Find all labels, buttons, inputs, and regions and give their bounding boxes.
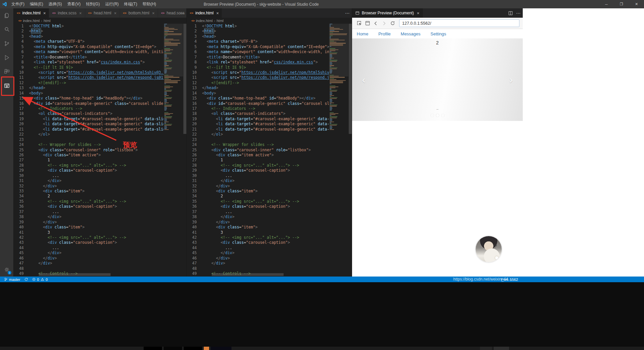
- minimize-button[interactable]: ─: [599, 0, 614, 8]
- restore-button[interactable]: ❐: [614, 0, 629, 8]
- carousel-indicator-dot[interactable]: [436, 114, 439, 117]
- more-actions-icon[interactable]: ⋯: [516, 10, 521, 16]
- code-line: 12 <![endif]-->: [187, 80, 329, 85]
- code-line: 1<!DOCTYPE html>: [187, 24, 329, 29]
- menu-item[interactable]: 文件(F): [9, 0, 27, 8]
- horizontal-scrollbar[interactable]: [39, 273, 111, 276]
- menu-item[interactable]: 运行(R): [103, 0, 122, 8]
- refresh-icon[interactable]: [389, 20, 396, 27]
- close-button[interactable]: ✕: [629, 0, 644, 8]
- settings-badge: 1: [8, 271, 11, 275]
- horizontal-scrollbar[interactable]: [212, 273, 284, 276]
- minimap[interactable]: [329, 24, 348, 277]
- code-line: 33 <div class="item">: [187, 189, 329, 194]
- breadcrumb-item[interactable]: html: [216, 19, 223, 23]
- html-file-icon: <>: [88, 11, 92, 15]
- vertical-scrollbar[interactable]: [183, 24, 186, 134]
- code-line: 24 <!-- Wrapper for slides -->: [14, 142, 164, 147]
- run-debug-icon[interactable]: [0, 50, 13, 64]
- back-icon[interactable]: [372, 20, 379, 27]
- tab-index.scss[interactable]: <>index.scss×: [49, 8, 85, 18]
- code-line: 9 <!--[if lt IE 9]>: [14, 65, 164, 70]
- nav-link-home[interactable]: Home: [357, 31, 368, 36]
- more-actions-icon[interactable]: ⋯: [345, 10, 350, 16]
- close-tab-icon[interactable]: ×: [43, 11, 46, 16]
- explorer-icon[interactable]: [0, 8, 13, 22]
- tab-index.html[interactable]: <>index.html×: [14, 8, 49, 18]
- menu-item[interactable]: 帮助(H): [140, 0, 159, 8]
- code-line: 1<!DOCTYPE html>: [14, 24, 164, 29]
- code-line: 38 </div>: [187, 214, 329, 219]
- code-line: 8 <link rel="stylesheet" href="css/index…: [187, 60, 329, 65]
- tab-index.html[interactable]: <>index.html×: [187, 8, 222, 18]
- code-line: 45 </div>: [187, 250, 329, 255]
- breadcrumb-item[interactable]: index.html: [196, 19, 213, 23]
- url-input[interactable]: [399, 19, 519, 27]
- code-editor[interactable]: 1<!DOCTYPE html>2<html>3<head>4 <meta ch…: [187, 24, 329, 277]
- code-line: 12 <![endif]-->: [14, 80, 164, 85]
- breadcrumb-item[interactable]: html: [43, 19, 50, 23]
- tab-label: index.scss: [58, 11, 76, 15]
- close-tab-icon[interactable]: ×: [216, 11, 219, 16]
- activity-bar: 1: [0, 8, 13, 277]
- close-tab-icon[interactable]: ×: [417, 11, 420, 16]
- problems-status[interactable]: 0 0: [30, 277, 50, 282]
- open-in-browser-icon[interactable]: [364, 20, 371, 27]
- code-line: 46 </div>: [14, 256, 164, 261]
- nav-link-profile[interactable]: Profile: [378, 31, 391, 36]
- settings-gear-icon[interactable]: 1: [0, 262, 13, 277]
- menu-item[interactable]: 编辑(E): [27, 0, 46, 8]
- carousel-indicator-dot[interactable]: [441, 114, 444, 117]
- close-tab-icon[interactable]: ×: [114, 11, 117, 16]
- code-line: 40 <div class="item">: [14, 225, 164, 230]
- code-line: 27 1: [14, 158, 164, 163]
- search-icon[interactable]: [0, 22, 13, 36]
- carousel-next-button[interactable]: ›: [509, 75, 513, 85]
- inspect-element-icon[interactable]: [355, 20, 363, 27]
- close-tab-icon[interactable]: ×: [152, 11, 155, 16]
- code-line: 28 <!-- <img src="..." alt="..."> -->: [14, 163, 164, 168]
- minimap[interactable]: [164, 24, 183, 277]
- nav-link-messages[interactable]: Messages: [401, 31, 421, 36]
- code-line: 16 <div id="carousel-example-generic" cl…: [187, 101, 329, 106]
- vscode-window: 文件(F)编辑(E)选择(S)查看(V)转到(G)运行(R)终端(T)帮助(H)…: [0, 0, 644, 350]
- code-line: 11 <script src="https://cdn.jsdelivr.net…: [187, 75, 329, 80]
- split-editor-icon[interactable]: [508, 11, 513, 15]
- code-line: 22 </ol>: [14, 132, 164, 137]
- code-line: 35 <!-- <img src="..." alt="..."> -->: [187, 199, 329, 204]
- more-actions-icon[interactable]: ⋯: [180, 10, 184, 16]
- code-line: 32 </div>: [14, 184, 164, 189]
- code-line: 20 <li data-target="#carousel-example-ge…: [187, 122, 329, 127]
- git-branch-status[interactable]: master: [2, 277, 22, 282]
- breadcrumb-item[interactable]: index.html: [23, 19, 40, 23]
- desktop-background: [0, 282, 644, 350]
- carousel-prev-button[interactable]: ‹: [362, 75, 365, 85]
- code-line: 19 <li data-target="#carousel-example-ge…: [14, 117, 164, 122]
- vertical-scrollbar[interactable]: [349, 24, 352, 134]
- status-bar: master 0 0 Port: 5562: [0, 277, 644, 282]
- sync-status[interactable]: [22, 277, 30, 282]
- forward-icon[interactable]: [380, 20, 388, 27]
- csdn-watermark: https://blog.csdn.net/weixin_44...: [453, 277, 511, 282]
- carousel-indicator-dot[interactable]: [431, 114, 434, 117]
- source-control-icon[interactable]: [0, 36, 13, 50]
- code-line: 28 <!-- <img src="..." alt="..."> -->: [187, 163, 329, 168]
- tab-label: index.html: [22, 11, 41, 15]
- nav-link-settings[interactable]: Settings: [431, 31, 446, 36]
- tab-bottom.html[interactable]: <>bottom.html×: [120, 8, 158, 18]
- menu-item[interactable]: 转到(G): [83, 0, 102, 8]
- tab-head.html[interactable]: <>head.html×: [85, 8, 120, 18]
- menu-item[interactable]: 终端(T): [121, 0, 140, 8]
- code-line: 31 </div>: [14, 178, 164, 183]
- menu-item[interactable]: 查看(V): [64, 0, 83, 8]
- menu-item[interactable]: 选择(S): [46, 0, 64, 8]
- code-line: 17 <!-- Indicators -->: [14, 106, 164, 111]
- close-tab-icon[interactable]: ×: [79, 11, 82, 16]
- tab-browser-preview[interactable]: Browser Preview (Document) ×: [352, 8, 423, 18]
- tab-label: bottom.html: [129, 11, 150, 15]
- code-line: 39 </div>: [14, 220, 164, 225]
- code-editor[interactable]: 1<!DOCTYPE html>2<html>3<head>4 <meta ch…: [14, 24, 164, 277]
- code-line: 47 </div>: [14, 261, 164, 266]
- code-line: 7 <title>Document</title>: [14, 55, 164, 60]
- code-line: 39 </div>: [187, 220, 329, 225]
